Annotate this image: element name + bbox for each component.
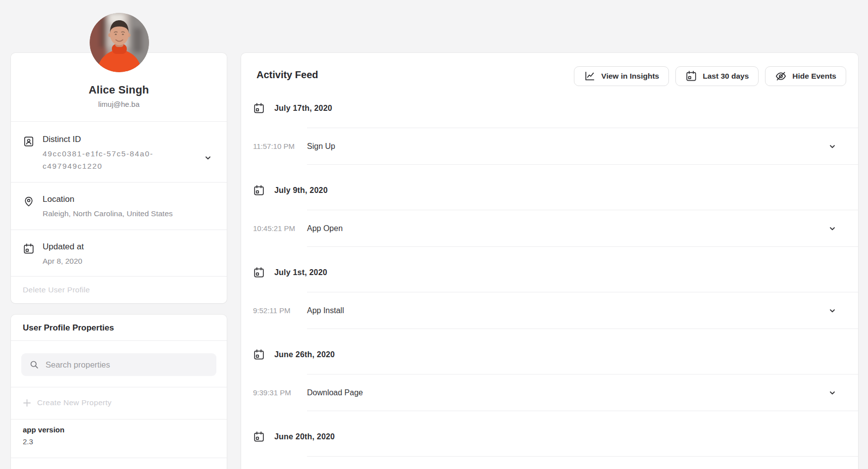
- create-property-section: Create New Property: [11, 387, 227, 419]
- delete-section: Delete User Profile: [11, 276, 227, 303]
- user-email: limuj@he.ba: [23, 100, 215, 108]
- search-properties-input[interactable]: [46, 360, 208, 370]
- map-pin-icon: [23, 195, 35, 207]
- search-icon: [29, 360, 39, 370]
- event-name: Sign Up: [307, 142, 335, 151]
- calendar-icon: [253, 102, 265, 114]
- event-row[interactable]: 11:57:10 PM Sign Up: [241, 128, 858, 164]
- search-box: [21, 353, 216, 376]
- next-property-row-cut: [11, 458, 227, 468]
- event-time: 9:39:31 PM: [253, 388, 307, 397]
- calendar-icon: [253, 267, 265, 279]
- property-name: app version: [23, 425, 215, 434]
- event-name: App Open: [307, 224, 343, 233]
- chevron-down-icon[interactable]: [204, 154, 212, 162]
- feed-body: July 17th, 2020 11:57:10 PM Sign Up July…: [241, 83, 858, 457]
- contact-card-icon: [23, 136, 35, 147]
- hide-events-button[interactable]: Hide Events: [765, 66, 846, 86]
- date-header: June 26th, 2020: [241, 329, 858, 374]
- date-header: July 1st, 2020: [241, 247, 858, 292]
- properties-title: User Profile Properties: [11, 315, 227, 340]
- event-name: Download Page: [307, 388, 363, 397]
- view-in-insights-button[interactable]: View in Insights: [574, 66, 669, 86]
- user-profile-card: Alice Singh limuj@he.ba Distinct ID 49cc…: [11, 53, 227, 303]
- field-distinct-id: Distinct ID 49cc0381-e1fc-57c5-84a0-c497…: [11, 121, 227, 182]
- event-name: App Install: [307, 306, 344, 315]
- calendar-icon: [253, 185, 265, 196]
- user-profile-properties-card: User Profile Properties Create New Prope…: [11, 315, 227, 469]
- create-new-property-label: Create New Property: [37, 398, 111, 407]
- user-name: Alice Singh: [23, 84, 215, 96]
- field-label-location: Location: [43, 194, 173, 204]
- field-value-updated-at: Apr 8, 2020: [43, 255, 84, 267]
- feed-title: Activity Feed: [256, 69, 318, 81]
- field-updated-at: Updated at Apr 8, 2020: [11, 230, 227, 276]
- event-time: 10:45:21 PM: [253, 224, 307, 233]
- date-header: July 9th, 2020: [241, 165, 858, 210]
- divider: [307, 456, 858, 457]
- line-chart-icon: [584, 70, 596, 82]
- event-row[interactable]: 9:52:11 PM App Install: [241, 292, 858, 328]
- feed-actions: View in Insights Last 30 days Hide Event…: [574, 66, 846, 86]
- activity-feed-card: Activity Feed View in Insights Last 30 d…: [241, 53, 858, 469]
- chevron-down-icon[interactable]: [828, 389, 836, 397]
- feed-header: Activity Feed View in Insights Last 30 d…: [241, 53, 858, 83]
- calendar-icon: [23, 243, 35, 255]
- date-header: June 20th, 2020: [241, 411, 858, 456]
- chevron-down-icon[interactable]: [828, 225, 836, 233]
- field-label-distinct-id: Distinct ID: [43, 135, 177, 144]
- create-new-property-button[interactable]: Create New Property: [23, 398, 111, 407]
- event-time: 11:57:10 PM: [253, 142, 307, 150]
- field-label-updated-at: Updated at: [43, 242, 84, 252]
- plus-icon: [23, 399, 31, 407]
- event-row[interactable]: 9:39:31 PM Download Page: [241, 375, 858, 411]
- chevron-down-icon[interactable]: [828, 307, 836, 315]
- field-value-distinct-id: 49cc0381-e1fc-57c5-84a0-c497949c1220: [43, 147, 177, 172]
- last-30-days-button[interactable]: Last 30 days: [675, 66, 759, 86]
- date-header: July 17th, 2020: [241, 83, 858, 128]
- eye-off-icon: [775, 70, 787, 82]
- field-location: Location Raleigh, North Carolina, United…: [11, 182, 227, 230]
- property-value: 2.3: [23, 437, 215, 446]
- delete-user-profile-button[interactable]: Delete User Profile: [23, 285, 90, 294]
- property-item-app-version[interactable]: app version 2.3: [11, 419, 227, 458]
- chevron-down-icon[interactable]: [828, 142, 836, 150]
- event-row[interactable]: 10:45:21 PM App Open: [241, 210, 858, 246]
- calendar-icon: [685, 70, 697, 82]
- event-time: 9:52:11 PM: [253, 306, 307, 315]
- field-value-location: Raleigh, North Carolina, United States: [43, 207, 173, 220]
- avatar: [90, 13, 149, 72]
- calendar-icon: [253, 431, 265, 443]
- calendar-icon: [253, 349, 265, 361]
- search-section: [11, 340, 227, 387]
